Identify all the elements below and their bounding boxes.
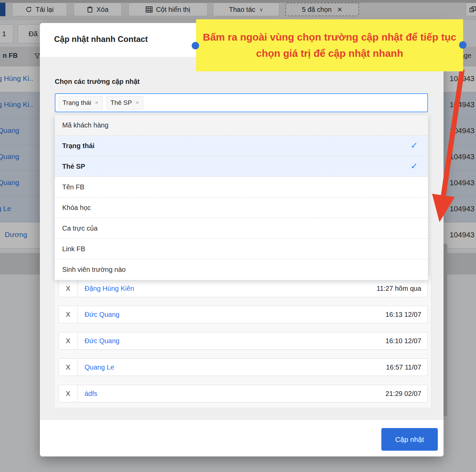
option-label: Khóa học xyxy=(62,204,91,212)
option-ma-khach-hang[interactable]: Mã khách hàng xyxy=(55,115,428,136)
contact-name-link[interactable]: Quang Le xyxy=(78,363,114,371)
tag-label: Thẻ SP xyxy=(111,99,132,107)
contact-row: X ádfs 21:29 02/07 xyxy=(58,385,428,402)
contact-row: X Quang Le 16:57 11/07 xyxy=(58,358,428,376)
scrollbar-thumb[interactable] xyxy=(443,243,447,417)
remove-contact-button[interactable]: X xyxy=(59,385,78,402)
tag-label: Trạng thái xyxy=(63,99,91,107)
option-ten-fb[interactable]: Tên FB xyxy=(55,177,428,197)
contact-name-link[interactable]: Đặng Hùng Kiên xyxy=(78,285,134,292)
contact-row: X Đặng Hùng Kiên 11:27 hôm qua xyxy=(58,280,428,297)
check-icon: ✓ xyxy=(410,140,418,151)
contact-name-link[interactable]: ádfs xyxy=(78,390,97,398)
option-label: Ca trực của xyxy=(62,225,98,232)
quick-update-modal: Cập nhật nhanh Contact Chọn các trường c… xyxy=(40,23,444,456)
check-icon: ✓ xyxy=(410,161,418,171)
tag-remove-icon[interactable]: × xyxy=(136,99,139,106)
field-label: Chọn các trường cập nhật xyxy=(55,78,140,86)
contact-row: X Đức Quang 16:10 12/07 xyxy=(58,332,428,350)
contact-name-link[interactable]: Đức Quang xyxy=(78,311,119,318)
tag-remove-icon[interactable]: × xyxy=(95,99,98,106)
option-label: Trạng thái xyxy=(62,142,95,150)
contact-time: 11:27 hôm qua xyxy=(377,285,427,292)
remove-contact-button[interactable]: X xyxy=(59,306,78,323)
option-the-sp[interactable]: Thẻ SP ✓ xyxy=(55,156,428,177)
remove-contact-button[interactable]: X xyxy=(59,280,78,297)
option-khoa-hoc[interactable]: Khóa học xyxy=(55,197,428,218)
tag-trang-thai[interactable]: Trạng thái × xyxy=(58,96,103,110)
modal-footer: Cập nhật xyxy=(40,419,444,456)
option-label: Link FB xyxy=(62,245,85,253)
update-button[interactable]: Cập nhật xyxy=(381,428,438,451)
annotation-text: Bấm ra ngoài vùng chọn trường cập nhật đ… xyxy=(201,29,458,62)
option-ca-truc-cua[interactable]: Ca trực của xyxy=(55,218,428,239)
option-link-fb[interactable]: Link FB xyxy=(55,239,428,259)
selected-contacts-list: X Đặng Hùng Kiên 11:27 hôm qua X Đức Qua… xyxy=(54,275,431,408)
option-label: Thẻ SP xyxy=(62,163,85,170)
remove-contact-button[interactable]: X xyxy=(59,332,78,349)
tag-the-sp[interactable]: Thẻ SP × xyxy=(106,96,143,110)
modal-title: Cập nhật nhanh Contact xyxy=(54,34,148,44)
fields-multiselect[interactable]: Trạng thái × Thẻ SP × xyxy=(55,93,428,112)
option-label: Tên FB xyxy=(62,183,85,191)
annotation-handle-right[interactable] xyxy=(459,41,467,49)
remove-contact-button[interactable]: X xyxy=(59,359,78,376)
annotation-handle-left[interactable] xyxy=(192,42,199,49)
contact-time: 16:57 11/07 xyxy=(386,363,427,371)
contact-row: X Đức Quang 16:13 12/07 xyxy=(58,306,428,323)
contact-time: 21:29 02/07 xyxy=(385,390,427,398)
option-label: Mã khách hàng xyxy=(62,121,109,129)
option-label: Sinh viên trường nào xyxy=(62,266,126,274)
contact-time: 16:10 12/07 xyxy=(385,337,427,345)
contact-time: 16:13 12/07 xyxy=(385,311,427,318)
option-sinh-vien-truong-nao[interactable]: Sinh viên trường nào xyxy=(55,259,428,280)
fields-dropdown: Mã khách hàng Trạng thái ✓ Thẻ SP ✓ Tên … xyxy=(55,115,428,280)
contact-name-link[interactable]: Đức Quang xyxy=(78,337,119,345)
annotation-note: Bấm ra ngoài vùng chọn trường cập nhật đ… xyxy=(196,19,463,71)
screen: Tải lại Xóa Cột hiển thị Thao tác ∨ 5 đã… xyxy=(0,0,476,472)
option-trang-thai[interactable]: Trạng thái ✓ xyxy=(55,136,428,156)
